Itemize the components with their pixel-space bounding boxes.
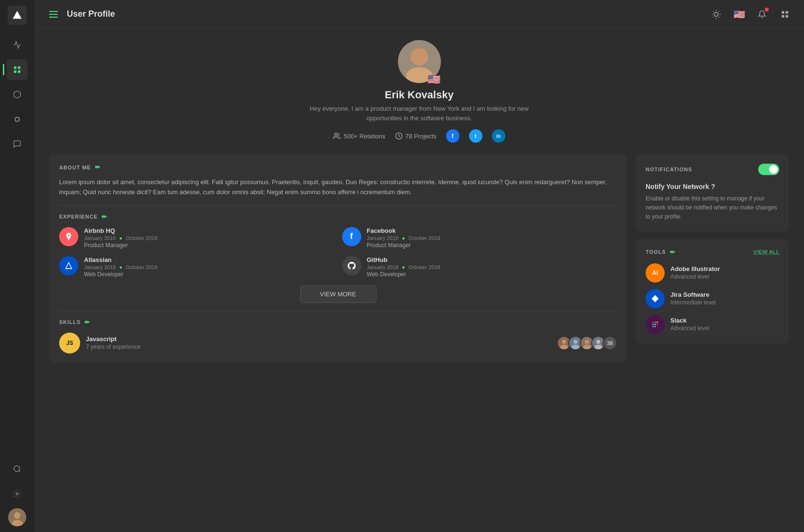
relations-stat: 500+ Relations (333, 132, 385, 140)
slack-logo (646, 315, 665, 334)
notifications-card: NOTIFICATIONS Notify Your Network ? Enab… (636, 154, 789, 231)
about-text: Lorem ipsum dolor sit amet, consectetur … (59, 177, 617, 198)
tools-header: TOOLS ✏ VIEW ALL (646, 249, 779, 256)
about-card: ABOUT ME ✏ Lorem ipsum dolor sit amet, c… (50, 154, 626, 363)
atlassian-dates: January 2018 ● October 2018 (84, 264, 157, 270)
exp-item-github: GitHub January 2018 ● October 2018 Web D… (342, 256, 617, 278)
svg-point-35 (562, 340, 566, 344)
skill-exp-js: 7 years of experience (86, 344, 551, 350)
tools-edit-icon[interactable]: ✏ (670, 249, 676, 256)
notifications-title: NOTIFICATIONS (646, 167, 692, 172)
left-column: ABOUT ME ✏ Lorem ipsum dolor sit amet, c… (50, 154, 626, 371)
about-divider (59, 205, 617, 206)
relations-count: 500+ Relations (344, 133, 385, 140)
svg-rect-47 (652, 322, 654, 323)
skill-badge-js: JS (59, 333, 80, 354)
experience-grid: Airbnb HQ January 2018 ● October 2018 Pr… (59, 227, 617, 278)
slack-info: Slack Advanced level (670, 317, 709, 332)
app-logo[interactable] (8, 6, 27, 25)
svg-point-41 (585, 340, 589, 344)
sidebar (0, 0, 34, 532)
linkedin-link[interactable]: in (492, 129, 505, 143)
skills-edit-icon[interactable]: ✏ (84, 319, 90, 326)
tool-jira: Jira Software Intermediate level (646, 289, 779, 308)
notifications-toggle[interactable] (758, 164, 779, 175)
profile-name: Erik Kovalsky (50, 89, 789, 101)
projects-count: 78 Projects (406, 133, 437, 140)
illustrator-name: Adobe Illustrator (670, 265, 720, 272)
sidebar-item-settings[interactable] (7, 483, 28, 504)
skills-title: SKILLS ✏ (59, 319, 617, 326)
toggle-slider (758, 164, 779, 175)
atlassian-logo (59, 256, 78, 275)
exp-item-airbnb: Airbnb HQ January 2018 ● October 2018 Pr… (59, 227, 334, 249)
facebook-dates: January 2018 ● October 2018 (367, 235, 440, 241)
endorsers-count: 38 (603, 336, 617, 350)
svg-line-23 (719, 11, 719, 11)
view-all-tools-link[interactable]: VIEW ALL (753, 249, 779, 255)
github-dates: January 2018 ● October 2018 (367, 264, 440, 270)
skill-info-js: Javascript 7 years of experience (86, 335, 551, 350)
view-more-button[interactable]: VIEW MORE (300, 285, 376, 303)
page-title: User Profile (67, 9, 703, 19)
svg-rect-51 (657, 322, 658, 323)
profile-country-flag: 🇺🇸 (428, 73, 441, 83)
svg-line-22 (713, 17, 714, 17)
github-logo (342, 256, 361, 275)
sidebar-item-dashboard[interactable] (7, 59, 28, 80)
profile-bio: Hey everyone, I am a product manager fro… (305, 104, 534, 123)
skill-javascript: JS Javascript 7 years of experience (59, 333, 617, 354)
experience-edit-icon[interactable]: ✏ (102, 213, 107, 220)
notify-network-desc: Enable or disable this setting to manage… (646, 194, 779, 222)
main-content: User Profile 🇺🇸 (34, 0, 804, 532)
illustrator-logo: Ai (646, 263, 665, 282)
experience-title: EXPERIENCE ✏ (59, 213, 617, 220)
content-columns: ABOUT ME ✏ Lorem ipsum dolor sit amet, c… (50, 154, 789, 371)
svg-point-44 (596, 340, 601, 344)
svg-rect-4 (18, 71, 21, 73)
user-avatar-sidebar[interactable] (8, 508, 26, 526)
svg-rect-3 (14, 71, 16, 73)
svg-point-38 (574, 340, 578, 344)
airbnb-role: Product Manager (84, 242, 157, 249)
about-edit-icon[interactable]: ✏ (95, 164, 101, 171)
airbnb-company: Airbnb HQ (84, 227, 157, 234)
grid-icon[interactable] (777, 7, 793, 22)
facebook-link[interactable]: f (446, 129, 459, 143)
notify-network-title: Notify Your Network ? (646, 183, 779, 190)
facebook-logo: f (342, 227, 361, 246)
svg-marker-0 (13, 11, 21, 19)
atlassian-info: Atlassian January 2018 ● October 2018 We… (84, 256, 157, 278)
menu-icon[interactable] (46, 7, 61, 22)
svg-rect-50 (655, 323, 656, 325)
skill-name-js: Javascript (86, 335, 551, 343)
svg-point-6 (14, 466, 20, 471)
svg-rect-26 (782, 15, 784, 17)
slack-name: Slack (670, 317, 709, 324)
svg-rect-53 (652, 326, 654, 327)
sidebar-item-search[interactable] (7, 459, 28, 480)
twitter-link[interactable]: t (469, 129, 482, 143)
svg-line-7 (19, 470, 20, 472)
notifications-icon[interactable] (754, 7, 770, 22)
notification-badge (765, 8, 769, 11)
sidebar-item-cube[interactable] (7, 84, 28, 105)
sidebar-item-activity[interactable] (7, 34, 28, 55)
svg-rect-49 (655, 322, 656, 323)
theme-toggle[interactable] (709, 7, 724, 22)
tools-card: TOOLS ✏ VIEW ALL Ai Adobe Illustrator Ad… (636, 239, 789, 344)
svg-point-10 (14, 512, 20, 519)
exp-item-atlassian: Atlassian January 2018 ● October 2018 We… (59, 256, 334, 278)
sidebar-item-chat[interactable] (7, 134, 28, 155)
profile-header: 🇺🇸 Erik Kovalsky Hey everyone, I am a pr… (50, 40, 789, 143)
slack-level: Advanced level (670, 325, 709, 332)
github-info: GitHub January 2018 ● October 2018 Web D… (367, 256, 440, 278)
flag-icon[interactable]: 🇺🇸 (731, 7, 747, 22)
facebook-role: Product Manager (367, 242, 440, 249)
sidebar-item-chip[interactable] (7, 109, 28, 130)
profile-avatar-wrap: 🇺🇸 (398, 40, 441, 83)
header-icons: 🇺🇸 (709, 7, 793, 22)
svg-rect-5 (15, 117, 19, 121)
experience-divider (59, 311, 617, 311)
header: User Profile 🇺🇸 (34, 0, 804, 29)
